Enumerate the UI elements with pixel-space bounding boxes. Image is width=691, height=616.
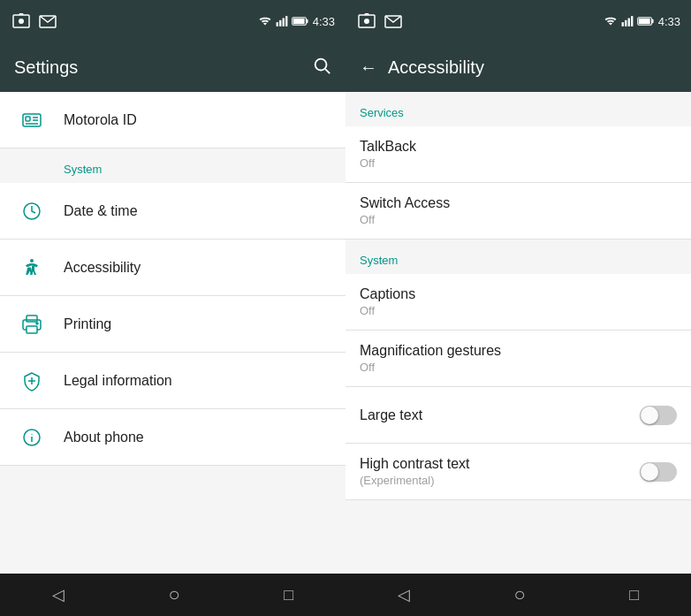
- svg-rect-3: [276, 22, 277, 27]
- wifi-icon-right: [604, 15, 618, 27]
- settings-item-about[interactable]: About phone: [0, 409, 346, 466]
- magnification-subtitle: Off: [360, 361, 501, 374]
- magnification-title: Magnification gestures: [360, 343, 501, 359]
- svg-point-29: [364, 19, 369, 24]
- talkback-subtitle: Off: [360, 156, 416, 170]
- settings-content: Motorola ID System Date & time: [0, 92, 346, 574]
- back-arrow-button[interactable]: ←: [360, 57, 377, 78]
- svg-point-10: [315, 58, 327, 70]
- magnification-text: Magnification gestures Off: [360, 343, 501, 374]
- signal-icon-right: [621, 15, 634, 27]
- accessibility-label: Accessibility: [64, 260, 140, 276]
- svg-line-11: [325, 69, 330, 73]
- toolbar-left: Settings: [0, 42, 346, 92]
- settings-item-legal[interactable]: Legal information: [0, 353, 346, 409]
- switch-access-subtitle: Off: [360, 213, 450, 226]
- recent-button-left[interactable]: □: [266, 579, 311, 612]
- svg-rect-6: [285, 16, 287, 27]
- svg-rect-33: [627, 19, 629, 27]
- status-icons-left: [11, 11, 58, 32]
- acc-item-magnification[interactable]: Magnification gestures Off: [346, 331, 691, 387]
- services-section-header: Services: [346, 92, 691, 126]
- high-contrast-subtitle: (Experimental): [360, 474, 470, 487]
- large-text-title: Large text: [360, 407, 422, 423]
- wifi-icon: [258, 15, 272, 27]
- time-right: 4:33: [658, 15, 680, 28]
- svg-rect-32: [625, 20, 626, 27]
- svg-rect-37: [651, 19, 653, 23]
- switch-access-title: Switch Access: [360, 195, 450, 211]
- large-text-toggle[interactable]: [640, 406, 677, 425]
- status-right-right: 4:33: [604, 15, 680, 28]
- info-svg: [21, 427, 42, 448]
- high-contrast-title: High contrast text: [360, 456, 470, 472]
- svg-rect-20: [27, 316, 37, 322]
- svg-rect-21: [27, 326, 37, 333]
- svg-rect-4: [279, 20, 281, 27]
- recent-button-right[interactable]: □: [611, 579, 657, 612]
- svg-rect-13: [26, 117, 30, 121]
- time-left: 4:33: [313, 15, 335, 28]
- accessibility-content: Services TalkBack Off Switch Access Off …: [346, 92, 691, 574]
- talkback-text: TalkBack Off: [360, 139, 416, 170]
- right-panel: 4:33 ← Accessibility Services TalkBack O…: [346, 0, 691, 616]
- system-section-header: System: [0, 148, 346, 183]
- talkback-title: TalkBack: [360, 139, 416, 155]
- about-label: About phone: [64, 430, 144, 445]
- motorola-id-label: Motorola ID: [64, 112, 137, 128]
- captions-title: Captions: [360, 286, 415, 302]
- captions-subtitle: Off: [360, 304, 415, 317]
- svg-rect-8: [292, 19, 304, 24]
- mail-icon: [37, 11, 58, 32]
- acc-item-large-text[interactable]: Large text: [346, 387, 691, 444]
- svg-rect-9: [306, 19, 308, 23]
- nav-bar-left: ◁ ○ □: [0, 574, 346, 616]
- nav-bar-right: ◁ ○ □: [346, 574, 691, 616]
- svg-point-1: [19, 19, 24, 24]
- large-text-toggle-thumb: [641, 407, 658, 424]
- photo-icon-right: [356, 11, 377, 32]
- home-button-right[interactable]: ○: [496, 576, 543, 613]
- settings-item-accessibility[interactable]: Accessibility: [0, 240, 346, 296]
- battery-icon-right: [637, 16, 655, 27]
- acc-item-switch-access[interactable]: Switch Access Off: [346, 183, 691, 240]
- svg-rect-5: [282, 19, 284, 27]
- settings-item-motorola-id[interactable]: Motorola ID: [0, 92, 346, 148]
- status-bar-right: 4:33: [346, 0, 691, 42]
- left-panel: 4:33 Settings Motorola ID System: [0, 0, 346, 616]
- acc-item-high-contrast[interactable]: High contrast text (Experimental): [346, 444, 691, 500]
- legal-svg: [21, 370, 42, 392]
- settings-item-printing[interactable]: Printing: [0, 296, 346, 353]
- svg-rect-36: [638, 19, 649, 24]
- accessibility-icon: [14, 257, 49, 278]
- signal-icon: [276, 15, 288, 27]
- info-icon: [14, 427, 49, 448]
- acc-item-captions[interactable]: Captions Off: [346, 274, 691, 331]
- printing-label: Printing: [64, 316, 111, 332]
- search-icon: [312, 56, 331, 75]
- back-button-right[interactable]: ◁: [380, 578, 428, 612]
- captions-text: Captions Off: [360, 286, 415, 317]
- settings-item-date-time[interactable]: Date & time: [0, 183, 346, 240]
- mail-icon-right: [383, 11, 404, 32]
- svg-point-18: [30, 259, 34, 262]
- switch-access-text: Switch Access Off: [360, 195, 450, 226]
- back-button-left[interactable]: ◁: [34, 578, 82, 612]
- status-icons-right-left: [356, 11, 404, 32]
- battery-icon: [292, 16, 309, 27]
- status-right-left: 4:33: [258, 15, 335, 28]
- toolbar-left-group: ← Accessibility: [360, 57, 484, 78]
- accessibility-toolbar-title: Accessibility: [388, 57, 484, 78]
- clock-svg: [21, 201, 42, 222]
- search-button[interactable]: [312, 56, 331, 80]
- high-contrast-text: High contrast text (Experimental): [360, 456, 470, 487]
- acc-item-talkback[interactable]: TalkBack Off: [346, 126, 691, 183]
- svg-point-22: [36, 323, 38, 324]
- high-contrast-toggle[interactable]: [640, 462, 677, 482]
- print-svg: [21, 314, 42, 335]
- id-card-icon: [14, 110, 49, 131]
- motorola-icon: [21, 110, 42, 131]
- home-button-left[interactable]: ○: [150, 576, 197, 613]
- legal-icon: [14, 370, 49, 392]
- svg-rect-31: [621, 22, 623, 27]
